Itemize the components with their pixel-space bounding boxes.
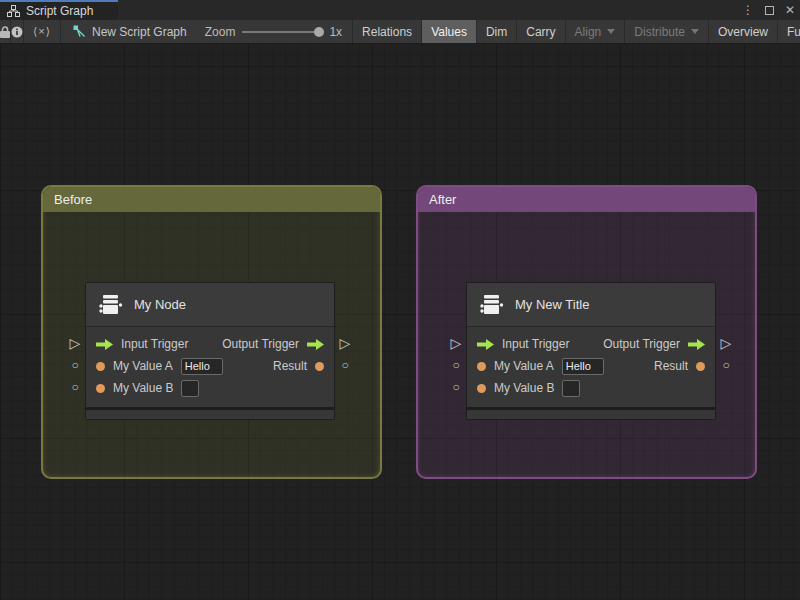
carry-button[interactable]: Carry <box>517 20 565 43</box>
chevron-down-icon <box>607 29 615 34</box>
node-port-rows: Input Trigger Output Trigger My Value A … <box>467 327 715 407</box>
group-before-header[interactable]: Before <box>43 187 380 212</box>
value-port-icon[interactable] <box>96 362 105 371</box>
value-output-port[interactable]: ○ <box>716 354 736 376</box>
tab-title: Script Graph <box>26 4 93 18</box>
values-label: Values <box>431 25 467 39</box>
align-label: Align <box>575 25 602 39</box>
node-my-new-title[interactable]: ▷ ○ ○ My New Title Input Trigger <box>446 282 736 420</box>
zoom-value: 1x <box>329 25 342 39</box>
port-row-trigger: Input Trigger Output Trigger <box>467 333 715 355</box>
output-port-column: ▷ ○ <box>335 282 355 420</box>
info-button[interactable] <box>11 20 24 43</box>
distribute-button: Distribute <box>625 20 709 43</box>
port-row-trigger: Input Trigger Output Trigger <box>86 333 334 355</box>
node-port-rows: Input Trigger Output Trigger My Value A … <box>86 327 334 407</box>
port-row-value-b: My Value B <box>86 377 334 399</box>
relations-button[interactable]: Relations <box>353 20 422 43</box>
value-a-input[interactable] <box>562 358 604 375</box>
carry-label: Carry <box>526 25 555 39</box>
input-port-column: ▷ ○ ○ <box>446 282 466 420</box>
graph-reference[interactable]: New Script Graph <box>73 20 187 43</box>
zoom-control: Zoom 1x <box>205 20 342 43</box>
value-input-port-a[interactable]: ○ <box>65 354 85 376</box>
toolbar-toggles: Relations Values Dim Carry Align Distrib… <box>352 20 800 43</box>
overview-label: Overview <box>718 25 768 39</box>
port-row-value-a: My Value A Result <box>86 355 334 377</box>
value-port-icon[interactable] <box>315 362 324 371</box>
flow-output-port[interactable]: ▷ <box>335 332 355 354</box>
lock-icon <box>0 26 10 38</box>
zoom-slider-thumb[interactable] <box>314 27 324 37</box>
node-title: My New Title <box>515 297 589 312</box>
zoom-slider[interactable] <box>242 31 322 33</box>
value-b-input[interactable] <box>562 380 580 397</box>
node-header[interactable]: My New Title <box>467 283 715 327</box>
input-port-column: ▷ ○ ○ <box>65 282 85 420</box>
node-footer <box>86 407 334 419</box>
node-footer <box>467 407 715 419</box>
value-port-icon[interactable] <box>696 362 705 371</box>
fullscreen-label: Full Scr <box>787 25 800 39</box>
info-icon <box>11 26 23 38</box>
value-port-icon[interactable] <box>477 362 486 371</box>
value-b-label: My Value B <box>494 381 554 395</box>
output-trigger-label: Output Trigger <box>603 337 680 351</box>
value-a-label: My Value A <box>113 359 173 373</box>
values-button[interactable]: Values <box>422 20 477 43</box>
node-body-my-node[interactable]: My Node Input Trigger Output Trigger <box>85 282 335 420</box>
node-header[interactable]: My Node <box>86 283 334 327</box>
node-body-my-new-title[interactable]: My New Title Input Trigger Output Trigge… <box>466 282 716 420</box>
flow-arrow-icon[interactable] <box>96 339 113 350</box>
graph-toolbar: ⟨×⟩ New Script Graph Zoom 1x Relations V… <box>0 20 800 44</box>
output-port-column: ▷ ○ <box>716 282 736 420</box>
group-after-header[interactable]: After <box>418 187 755 212</box>
flow-output-port[interactable]: ▷ <box>716 332 736 354</box>
script-graph-asset-icon <box>73 25 86 38</box>
input-trigger-label: Input Trigger <box>121 337 188 351</box>
flow-input-port[interactable]: ▷ <box>65 332 85 354</box>
dim-button[interactable]: Dim <box>477 20 517 43</box>
port-row-value-a: My Value A Result <box>467 355 715 377</box>
value-a-label: My Value A <box>494 359 554 373</box>
tab-script-graph[interactable]: Script Graph <box>0 0 118 20</box>
value-output-port[interactable]: ○ <box>335 354 355 376</box>
fullscreen-button[interactable]: Full Scr <box>778 20 800 43</box>
group-after-title: After <box>429 192 456 207</box>
value-port-icon[interactable] <box>477 384 486 393</box>
value-input-port-b[interactable]: ○ <box>446 376 466 398</box>
value-b-label: My Value B <box>113 381 173 395</box>
value-a-input[interactable] <box>181 358 223 375</box>
overview-button[interactable]: Overview <box>709 20 778 43</box>
value-input-port-a[interactable]: ○ <box>446 354 466 376</box>
close-icon[interactable]: ✕ <box>785 0 795 20</box>
kebab-menu-icon[interactable]: ⋮ <box>742 0 754 20</box>
unit-node-icon <box>479 292 505 318</box>
align-button: Align <box>566 20 626 43</box>
flow-arrow-icon[interactable] <box>307 339 324 350</box>
value-input-port-b[interactable]: ○ <box>65 376 85 398</box>
node-my-node[interactable]: ▷ ○ ○ My Node Input Trigger <box>65 282 355 420</box>
tab-bar: Script Graph ⋮ ✕ <box>0 0 800 20</box>
zoom-label: Zoom <box>205 25 236 39</box>
result-label: Result <box>654 359 688 373</box>
graph-reference-label: New Script Graph <box>92 25 187 39</box>
lock-button[interactable] <box>0 20 11 43</box>
distribute-label: Distribute <box>634 25 685 39</box>
value-b-input[interactable] <box>181 380 199 397</box>
value-port-icon[interactable] <box>96 384 105 393</box>
code-preview-button[interactable]: ⟨×⟩ <box>24 20 61 43</box>
code-icon: ⟨×⟩ <box>33 25 51 38</box>
graph-canvas[interactable]: Before After ▷ ○ ○ My Node <box>0 44 800 600</box>
flow-arrow-icon[interactable] <box>477 339 494 350</box>
input-trigger-label: Input Trigger <box>502 337 569 351</box>
result-label: Result <box>273 359 307 373</box>
chevron-down-icon <box>691 29 699 34</box>
node-title: My Node <box>134 297 186 312</box>
port-row-value-b: My Value B <box>467 377 715 399</box>
flow-arrow-icon[interactable] <box>688 339 705 350</box>
graph-hierarchy-icon <box>7 5 20 17</box>
window-controls: ⋮ ✕ <box>742 0 795 20</box>
flow-input-port[interactable]: ▷ <box>446 332 466 354</box>
maximize-icon[interactable] <box>765 6 774 15</box>
